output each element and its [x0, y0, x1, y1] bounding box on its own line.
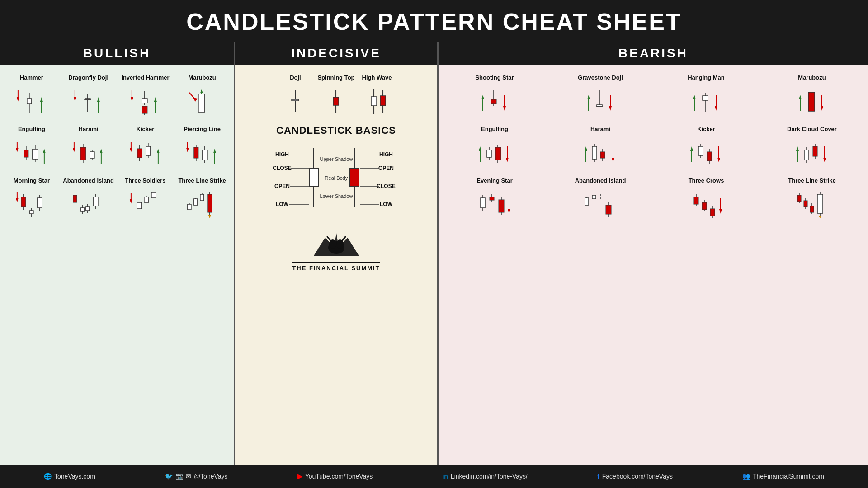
svg-marker-16 [130, 97, 133, 102]
svg-rect-258 [710, 209, 715, 216]
svg-rect-146 [350, 169, 359, 187]
svg-rect-81 [73, 195, 77, 202]
marubozu-bear-candle [760, 86, 863, 117]
svg-rect-107 [194, 199, 198, 205]
content-area: Hammer Dragonfly Do [0, 65, 868, 465]
svg-rect-249 [606, 205, 611, 214]
bearish-section: Shooting Star Gravestone Doji [439, 65, 868, 465]
facebook-icon: f [597, 473, 599, 480]
harami-bear-candle [549, 137, 652, 169]
svg-text:HIGH: HIGH [379, 151, 393, 158]
svg-rect-179 [703, 96, 708, 100]
svg-marker-58 [156, 149, 159, 153]
summit-icon: 👥 [742, 473, 750, 480]
marubozu-bull-candle [175, 86, 229, 117]
svg-marker-217 [717, 158, 720, 162]
bull-logo [309, 224, 363, 260]
svg-rect-98 [144, 197, 148, 202]
svg-marker-93 [129, 199, 132, 204]
svg-rect-126 [380, 96, 386, 106]
svg-marker-197 [506, 158, 509, 162]
svg-marker-163 [481, 95, 484, 99]
svg-rect-62 [194, 147, 198, 158]
spinning-top-candle [317, 86, 354, 117]
svg-marker-8 [74, 97, 76, 102]
three-crows-candle [655, 189, 758, 221]
svg-rect-104 [188, 204, 191, 210]
bearish-grid: Shooting Star Gravestone Doji [442, 70, 864, 222]
svg-text:OPEN: OPEN [274, 183, 289, 189]
list-item: Gravestone Doji [548, 70, 653, 119]
svg-rect-137 [309, 169, 318, 187]
svg-rect-3 [27, 99, 32, 104]
list-item: Hanging Man [654, 70, 759, 119]
svg-rect-35 [33, 149, 38, 159]
svg-rect-75 [30, 211, 33, 214]
list-item: High Wave [358, 70, 396, 119]
svg-rect-272 [817, 194, 823, 213]
list-item: Evening Star [442, 173, 547, 222]
abandoned-island-bull-candle [61, 189, 116, 221]
bullish-section: Hammer Dragonfly Do [0, 65, 235, 465]
hanging-man-candle [655, 86, 758, 117]
engulfing-bear-candle [443, 137, 546, 169]
svg-rect-113 [208, 194, 212, 212]
svg-marker-175 [609, 106, 612, 111]
svg-rect-235 [499, 200, 504, 212]
abandoned-island-bear-candle [549, 189, 652, 221]
svg-marker-184 [799, 95, 802, 99]
dark-cloud-cover-candle [760, 137, 863, 169]
svg-rect-201 [592, 146, 597, 159]
svg-rect-123 [371, 97, 377, 106]
svg-marker-38 [43, 149, 46, 153]
dragonfly-doji-candle [61, 86, 116, 117]
harami-bull-candle [61, 137, 116, 169]
list-item: Inverted Hammer [118, 70, 174, 119]
hammer-candle [5, 86, 59, 117]
svg-marker-199 [585, 146, 587, 151]
kicker-bear-candle [655, 137, 758, 169]
header: CANDLESTICK PATTERN CHEAT SHEET [0, 0, 868, 42]
bearish-header: BEARISH [439, 42, 868, 65]
svg-marker-219 [796, 146, 799, 151]
svg-marker-274 [819, 216, 821, 218]
list-item: Hammer [4, 70, 60, 119]
list-item: Piercing Line [174, 121, 230, 171]
svg-marker-115 [208, 215, 211, 218]
svg-rect-263 [797, 195, 801, 202]
basics-diagram: HIGH CLOSE OPEN LOW Upper Shadow Real [255, 139, 418, 221]
footer-linkedin: in Linkedin.com/in/Tone-Vays/ [442, 473, 528, 480]
list-item: Kicker [118, 121, 174, 171]
main-container: CANDLESTICK PATTERN CHEAT SHEET BULLISH … [0, 0, 868, 488]
footer-website: 🌐 ToneVays.com [44, 473, 95, 480]
svg-rect-252 [694, 197, 698, 204]
svg-rect-191 [487, 150, 491, 157]
svg-marker-182 [715, 106, 717, 111]
svg-text:CLOSE: CLOSE [377, 183, 395, 189]
svg-marker-6 [40, 97, 43, 102]
indecisive-header: INDECISIVE [235, 42, 439, 65]
svg-rect-229 [481, 198, 485, 208]
svg-rect-72 [21, 197, 26, 207]
svg-marker-177 [693, 95, 696, 99]
svg-rect-194 [495, 147, 501, 160]
list-item: Three Crows [654, 173, 759, 222]
svg-marker-187 [821, 106, 823, 111]
svg-marker-14 [97, 97, 100, 102]
list-item: Marubozu [760, 70, 864, 119]
list-item: Dragonfly Doji [61, 70, 117, 119]
svg-rect-185 [808, 92, 815, 111]
footer-youtube: ▶ YouTube.com/ToneVays [297, 473, 373, 480]
list-item: Morning Star [4, 173, 60, 222]
section-headers: BULLISH INDECISIVE BEARISH [0, 42, 868, 65]
svg-marker-60 [186, 148, 189, 152]
indecisive-grid: Doji Spinning Top Hi [276, 70, 396, 119]
linkedin-icon: in [442, 473, 448, 480]
svg-rect-90 [94, 197, 98, 206]
svg-text:HIGH: HIGH [275, 151, 289, 158]
svg-marker-28 [200, 89, 203, 93]
list-item: Harami [61, 121, 117, 171]
svg-text:OPEN: OPEN [378, 165, 393, 171]
svg-rect-269 [810, 206, 814, 212]
svg-rect-243 [592, 195, 596, 199]
